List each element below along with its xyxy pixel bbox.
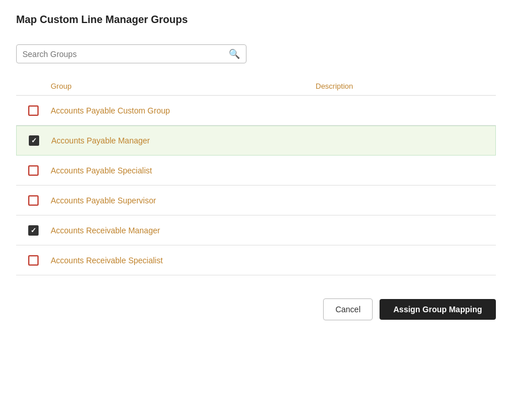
- checkbox-cell-5[interactable]: [16, 225, 51, 236]
- checkbox-2[interactable]: [29, 135, 39, 146]
- checkbox-cell-3[interactable]: [16, 165, 51, 176]
- row-label-5: Accounts Receivable Manager: [51, 226, 496, 235]
- column-header-description: Description: [316, 82, 496, 90]
- row-label-4: Accounts Payable Supervisor: [51, 196, 496, 205]
- checkbox-cell-2[interactable]: [17, 135, 51, 146]
- table-row: Accounts Payable Specialist: [16, 156, 496, 186]
- table-row: Accounts Receivable Specialist: [16, 245, 496, 275]
- row-label-1: Accounts Payable Custom Group: [51, 106, 496, 115]
- row-label-3: Accounts Payable Specialist: [51, 166, 496, 175]
- table-row: Accounts Receivable Manager: [16, 215, 496, 245]
- search-input[interactable]: [22, 50, 225, 59]
- row-label-2: Accounts Payable Manager: [51, 136, 495, 145]
- search-input-wrapper: 🔍: [16, 44, 246, 63]
- search-icon: 🔍: [229, 48, 240, 59]
- checkbox-cell-4[interactable]: [16, 195, 51, 206]
- checkbox-1[interactable]: [28, 105, 39, 116]
- table-header: Group Description: [16, 77, 496, 96]
- checkbox-cell-1[interactable]: [16, 105, 51, 116]
- checkbox-5[interactable]: [28, 225, 39, 236]
- table-row: Accounts Payable Manager: [16, 126, 496, 156]
- footer: Cancel Assign Group Mapping: [16, 298, 496, 320]
- checkbox-6[interactable]: [28, 255, 39, 266]
- table-rows-container: Accounts Payable Custom GroupAccounts Pa…: [16, 96, 496, 275]
- row-label-6: Accounts Receivable Specialist: [51, 256, 496, 265]
- search-container: 🔍: [16, 44, 496, 63]
- cancel-button[interactable]: Cancel: [323, 298, 373, 320]
- checkbox-cell-6[interactable]: [16, 255, 51, 266]
- table-row: Accounts Payable Supervisor: [16, 186, 496, 215]
- assign-group-mapping-button[interactable]: Assign Group Mapping: [380, 299, 496, 320]
- page-title: Map Custom Line Manager Groups: [16, 14, 496, 26]
- table-row: Accounts Payable Custom Group: [16, 96, 496, 126]
- column-header-group: Group: [51, 82, 316, 90]
- groups-table: Group Description Accounts Payable Custo…: [16, 77, 496, 275]
- checkbox-4[interactable]: [28, 195, 39, 206]
- checkbox-3[interactable]: [28, 165, 39, 176]
